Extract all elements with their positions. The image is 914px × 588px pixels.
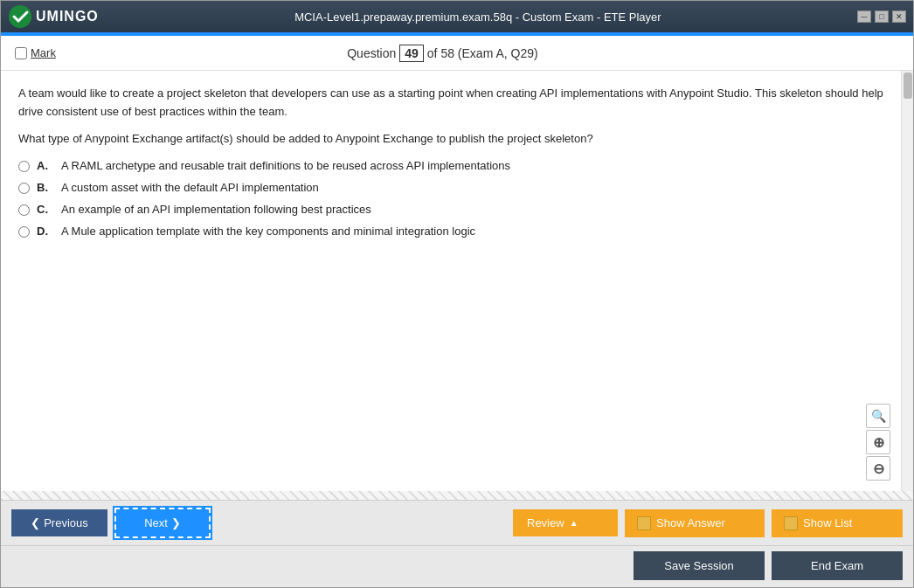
previous-label: Previous xyxy=(44,516,88,529)
show-list-square-icon xyxy=(784,516,798,530)
option-label-c: C. xyxy=(37,203,54,216)
question-label: Question xyxy=(347,46,396,60)
main-content: A team would like to create a project sk… xyxy=(1,71,901,491)
bottom-nav: ❮ Previous Next ❯ Review ▲ Show Answer S… xyxy=(1,500,913,545)
show-answer-square-icon xyxy=(637,516,651,530)
option-label-b: B. xyxy=(37,181,54,194)
answer-option-c[interactable]: C. An example of an API implementation f… xyxy=(18,203,883,216)
answer-option-d[interactable]: D. A Mule application template with the … xyxy=(18,225,883,238)
logo-text: UMINGO xyxy=(36,9,99,24)
vumingo-logo-icon xyxy=(8,4,32,29)
zoom-in-button[interactable]: ⊕ xyxy=(866,430,890,454)
prev-chevron-icon: ❮ xyxy=(31,516,40,529)
answer-radio-b[interactable] xyxy=(18,183,30,194)
maximize-button[interactable]: □ xyxy=(875,10,889,23)
end-exam-button[interactable]: End Exam xyxy=(772,551,903,580)
search-button[interactable]: 🔍 xyxy=(866,404,890,428)
title-bar: UMINGO MCIA-Level1.prepaway.premium.exam… xyxy=(1,1,913,32)
scrollbar[interactable] xyxy=(901,71,913,491)
answer-radio-d[interactable] xyxy=(18,226,30,238)
show-list-label: Show List xyxy=(803,516,852,529)
question-text-2: What type of Anypoint Exchange artifact(… xyxy=(18,132,883,145)
question-info: Question 49 of 58 (Exam A, Q29) xyxy=(347,45,537,62)
option-label-a: A. xyxy=(37,159,54,172)
main-wrapper: A team would like to create a project sk… xyxy=(1,71,913,491)
mark-checkbox-input[interactable] xyxy=(15,47,27,59)
logo: UMINGO xyxy=(8,4,99,29)
review-button[interactable]: Review ▲ xyxy=(513,509,618,536)
show-answer-button[interactable]: Show Answer xyxy=(625,509,765,537)
review-label: Review xyxy=(527,516,564,529)
bottom-action-bar: Save Session End Exam xyxy=(1,545,913,587)
zoom-out-button[interactable]: ⊖ xyxy=(866,456,890,481)
option-text-c: An example of an API implementation foll… xyxy=(61,203,371,216)
zoom-controls: 🔍 ⊕ ⊖ xyxy=(866,404,890,481)
next-label: Next xyxy=(144,516,168,529)
review-arrow-icon: ▲ xyxy=(570,518,578,528)
hatch-area xyxy=(1,491,913,500)
answer-option-a[interactable]: A. A RAML archetype and reusable trait d… xyxy=(18,159,883,172)
previous-button[interactable]: ❮ Previous xyxy=(11,509,107,536)
answer-options: A. A RAML archetype and reusable trait d… xyxy=(18,159,883,238)
next-chevron-icon: ❯ xyxy=(171,516,181,529)
save-session-label: Save Session xyxy=(664,559,734,572)
option-label-d: D. xyxy=(37,225,54,238)
mark-checkbox-label[interactable]: Mark xyxy=(15,46,56,59)
answer-radio-a[interactable] xyxy=(18,161,30,172)
show-answer-label: Show Answer xyxy=(656,516,725,529)
close-button[interactable]: ✕ xyxy=(892,10,906,23)
mark-label: Mark xyxy=(31,46,56,59)
answer-radio-c[interactable] xyxy=(18,204,30,216)
option-text-d: A Mule application template with the key… xyxy=(61,225,475,238)
window-title: MCIA-Level1.prepaway.premium.exam.58q - … xyxy=(99,10,857,24)
toolbar: Mark Question 49 of 58 (Exam A, Q29) xyxy=(1,36,913,71)
question-number: 49 xyxy=(399,45,424,62)
end-exam-label: End Exam xyxy=(811,559,863,572)
question-of: of 58 (Exam A, Q29) xyxy=(427,46,538,60)
main-window: UMINGO MCIA-Level1.prepaway.premium.exam… xyxy=(0,0,914,588)
answer-option-b[interactable]: B. A custom asset with the default API i… xyxy=(18,181,883,194)
minimize-button[interactable]: ─ xyxy=(857,10,871,23)
show-list-button[interactable]: Show List xyxy=(772,509,903,537)
window-controls: ─ □ ✕ xyxy=(857,10,906,23)
scrollbar-thumb xyxy=(904,73,912,99)
question-text-1: A team would like to create a project sk… xyxy=(18,85,883,121)
save-session-button[interactable]: Save Session xyxy=(634,551,765,580)
next-button[interactable]: Next ❯ xyxy=(114,508,211,538)
option-text-b: A custom asset with the default API impl… xyxy=(61,181,319,194)
title-bar-left: UMINGO xyxy=(8,4,99,29)
svg-point-0 xyxy=(9,5,31,28)
option-text-a: A RAML archetype and reusable trait defi… xyxy=(61,159,510,172)
